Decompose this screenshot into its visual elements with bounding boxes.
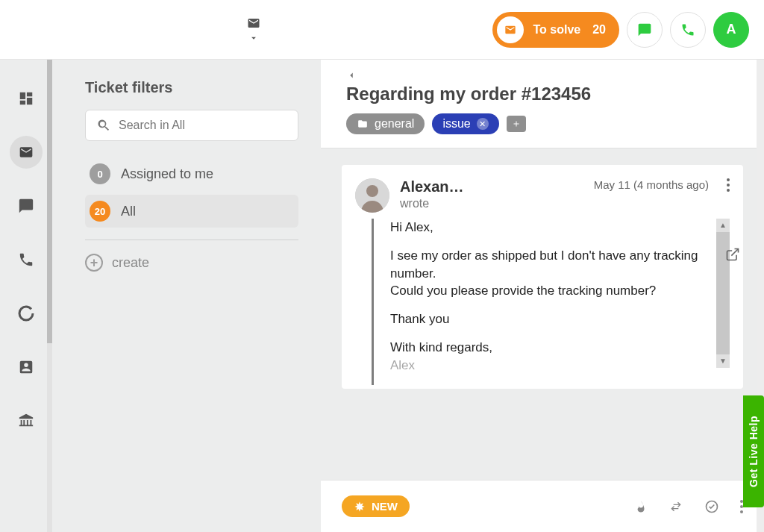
svg-point-4: [727, 184, 730, 187]
main: Ticket filters 0 Assigned to me 20 All +…: [0, 60, 764, 532]
to-solve-pill[interactable]: To solve 20: [492, 12, 619, 48]
message-header: Alexan… wrote May 11 (4 months ago): [355, 178, 730, 213]
wrote-label: wrote: [400, 197, 464, 210]
message-area: Alexan… wrote May 11 (4 months ago) Hi A…: [321, 148, 764, 480]
rail-scrollbar[interactable]: [47, 60, 52, 532]
folder-icon: [357, 119, 369, 129]
phone-button[interactable]: [670, 12, 706, 48]
live-help-tab[interactable]: Get Live Help: [743, 395, 764, 507]
tag-label: general: [375, 117, 414, 131]
burst-icon: [354, 501, 366, 513]
svg-point-2: [366, 185, 378, 197]
chat-icon: [18, 198, 34, 214]
scroll-down-arrow[interactable]: ▼: [716, 354, 730, 368]
ticket-footer: NEW: [321, 480, 764, 532]
search-icon: [96, 118, 111, 133]
transfer-button[interactable]: [668, 501, 683, 513]
back-button[interactable]: [346, 70, 739, 81]
create-label: create: [112, 255, 149, 271]
mail-icon: [497, 16, 524, 43]
filter-count-badge: 20: [90, 201, 110, 222]
filters-panel: Ticket filters 0 Assigned to me 20 All +…: [52, 60, 321, 532]
message-body: Hi Alex, I see my order as shipped but I…: [390, 219, 730, 385]
svg-point-0: [19, 307, 33, 320]
ticket-panel: Regarding my order #123456 general issue…: [321, 60, 764, 532]
close-icon[interactable]: ✕: [477, 118, 489, 130]
rail-contacts[interactable]: [10, 351, 43, 384]
body-line: With kind regards, Alex: [390, 339, 715, 375]
message-body-wrap: Hi Alex, I see my order as shipped but I…: [355, 219, 730, 385]
dashboard-icon: [18, 90, 34, 107]
ticket-header: Regarding my order #123456 general issue…: [321, 60, 764, 148]
chevron-left-icon: [346, 70, 357, 81]
phone-icon: [680, 22, 695, 37]
avatar-initial: A: [727, 22, 736, 37]
filter-count-badge: 0: [90, 163, 110, 184]
message-menu[interactable]: [727, 178, 730, 192]
ticket-title: Regarding my order #123456: [346, 84, 739, 104]
quote-bar: [372, 219, 374, 385]
filter-label: Assigned to me: [121, 166, 213, 182]
open-external-button[interactable]: [718, 240, 743, 269]
tag-label: issue: [442, 117, 470, 131]
filters-title: Ticket filters: [85, 79, 298, 96]
svg-point-3: [727, 178, 730, 181]
user-avatar[interactable]: A: [713, 12, 749, 48]
search-input[interactable]: [119, 119, 287, 132]
tag-general[interactable]: general: [346, 113, 425, 134]
rail-mail[interactable]: [10, 136, 43, 169]
phone-icon: [18, 251, 34, 268]
plus-circle-icon: +: [85, 254, 103, 272]
filter-assigned-to-me[interactable]: 0 Assigned to me: [85, 157, 298, 190]
rail-activity[interactable]: [10, 297, 43, 330]
check-circle-icon: [704, 499, 719, 514]
flame-icon: [634, 499, 648, 514]
filter-label: All: [121, 204, 136, 219]
channel-selector[interactable]: [245, 16, 262, 43]
body-line: Hi Alex,: [390, 219, 715, 237]
transfer-icon: [668, 501, 683, 513]
sender-avatar: [355, 178, 389, 213]
filters-search[interactable]: [85, 110, 298, 141]
plus-icon: [512, 119, 521, 128]
contact-card-icon: [18, 359, 34, 375]
tags-row: general issue ✕: [346, 113, 739, 134]
rail-chat[interactable]: [10, 190, 43, 222]
message-card: Alexan… wrote May 11 (4 months ago) Hi A…: [342, 165, 743, 389]
scroll-up-arrow[interactable]: ▲: [716, 219, 730, 232]
sender-block: Alexan… wrote: [400, 178, 464, 210]
building-icon: [18, 413, 34, 429]
to-solve-count: 20: [592, 23, 606, 37]
add-tag-button[interactable]: [507, 116, 526, 132]
nav-rail: [0, 60, 52, 532]
activity-ring-icon: [17, 304, 35, 322]
topbar: To solve 20 A: [0, 0, 764, 60]
chevron-down-icon: [248, 33, 260, 43]
chat-button[interactable]: [627, 12, 663, 48]
rail-knowledge[interactable]: [10, 404, 43, 437]
footer-actions: [634, 499, 743, 514]
priority-button[interactable]: [634, 499, 648, 514]
message-date: May 11 (4 months ago): [594, 178, 709, 191]
resolve-button[interactable]: [704, 499, 719, 514]
status-pill[interactable]: NEW: [342, 495, 410, 517]
body-line: I see my order as shipped but I don't ha…: [390, 247, 715, 300]
svg-point-5: [727, 189, 730, 192]
filter-all[interactable]: 20 All: [85, 195, 298, 228]
open-external-icon: [725, 247, 740, 262]
tag-issue[interactable]: issue ✕: [432, 113, 498, 134]
mail-icon: [17, 145, 35, 160]
create-filter[interactable]: + create: [85, 254, 298, 272]
topbar-left: [15, 16, 492, 43]
body-line: Thank you: [390, 310, 715, 328]
kebab-icon: [727, 178, 730, 192]
rail-dashboard[interactable]: [10, 82, 43, 115]
mail-icon: [245, 16, 262, 30]
topbar-right: To solve 20 A: [492, 12, 749, 48]
svg-point-9: [740, 510, 743, 513]
rail-phone[interactable]: [10, 243, 43, 276]
to-solve-label: To solve: [533, 23, 580, 37]
divider: [85, 240, 298, 240]
chat-icon: [637, 22, 652, 37]
status-label: NEW: [372, 500, 398, 513]
